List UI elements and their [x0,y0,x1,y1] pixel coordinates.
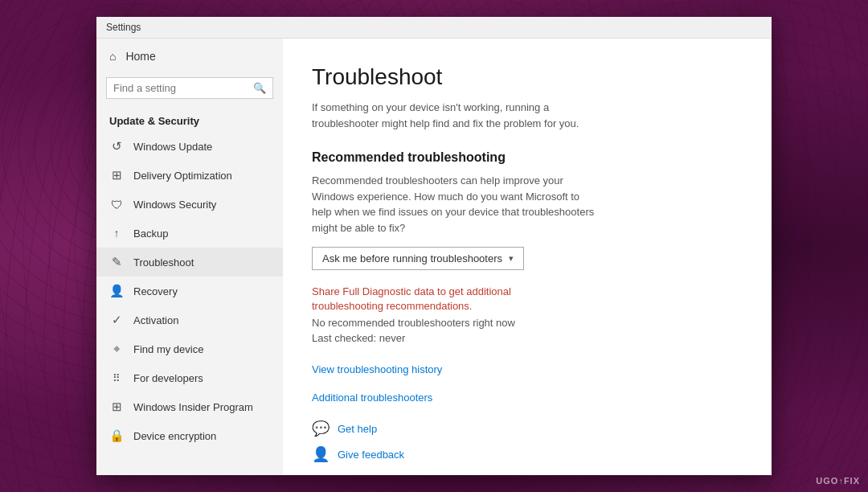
give-feedback-item: 👤 Give feedback [312,445,743,463]
sidebar-item-label: Device encryption [133,430,216,442]
get-help-icon: 💬 [312,420,330,437]
sidebar-item-windows-security[interactable]: 🛡 Windows Security [96,190,283,219]
windows-update-icon: ↺ [109,139,124,154]
sidebar-item-label: Backup [133,228,168,240]
search-box[interactable]: 🔍 [106,77,273,99]
window-title: Settings [106,22,141,33]
main-content: Troubleshoot If something on your device… [283,39,772,475]
sidebar-item-label: Activation [133,314,178,326]
sidebar-item-label: Find my device [133,343,203,355]
delivery-optimization-icon: ⊞ [109,168,124,182]
additional-troubleshooters-link[interactable]: Additional troubleshooters [312,392,743,404]
sidebar-item-label: Windows Update [133,141,212,153]
troubleshoot-icon: ✎ [109,255,124,269]
backup-icon: ↑ [109,226,124,240]
ugotfix-badge: UGO↑FIX [816,476,860,486]
sidebar-item-device-encryption[interactable]: 🔒 Device encryption [96,421,283,450]
sidebar: ⌂ Home 🔍 Update & Security ↺ Windows Upd… [96,39,283,475]
sidebar-item-home[interactable]: ⌂ Home [96,39,283,74]
sidebar-item-recovery[interactable]: 👤 Recovery [96,277,283,305]
search-input[interactable] [113,82,248,94]
title-bar: Settings [96,17,772,39]
help-section: 💬 Get help 👤 Give feedback [312,420,743,463]
sidebar-item-for-developers[interactable]: ⠿ For developers [96,363,283,392]
sidebar-item-label: Windows Insider Program [133,401,253,413]
recommended-section-desc: Recommended troubleshooters can help imp… [312,173,601,236]
sidebar-item-label: For developers [133,372,203,384]
home-label: Home [125,50,155,63]
give-feedback-icon: 👤 [312,445,330,463]
no-troubleshooters-text: No recommended troubleshooters right now [312,317,743,329]
sidebar-item-windows-insider[interactable]: ⊞ Windows Insider Program [96,392,283,421]
windows-insider-icon: ⊞ [109,400,124,414]
sidebar-item-backup[interactable]: ↑ Backup [96,219,283,248]
recommended-section-title: Recommended troubleshooting [312,150,743,165]
sidebar-item-label: Delivery Optimization [133,170,232,182]
sidebar-item-label: Recovery [133,285,178,297]
page-title: Troubleshoot [312,64,743,90]
sidebar-item-find-my-device[interactable]: ⌖ Find my device [96,334,283,363]
device-encryption-icon: 🔒 [109,428,124,443]
sidebar-item-label: Troubleshoot [133,256,194,269]
give-feedback-link[interactable]: Give feedback [338,449,404,461]
sidebar-item-activation[interactable]: ✓ Activation [96,305,283,334]
share-data-link[interactable]: Share Full Diagnostic data to get additi… [312,285,585,314]
home-icon: ⌂ [109,50,116,63]
search-icon: 🔍 [253,82,266,94]
find-my-device-icon: ⌖ [109,342,124,356]
get-help-item: 💬 Get help [312,420,743,437]
page-subtitle: If something on your device isn't workin… [312,100,585,131]
sidebar-item-troubleshoot[interactable]: ✎ Troubleshoot [96,248,283,277]
recovery-icon: 👤 [109,284,124,298]
get-help-link[interactable]: Get help [338,423,377,435]
sidebar-item-windows-update[interactable]: ↺ Windows Update [96,132,283,161]
windows-security-icon: 🛡 [109,197,124,211]
sidebar-item-delivery-optimization[interactable]: ⊞ Delivery Optimization [96,161,283,190]
dropdown-label: Ask me before running troubleshooters [322,252,502,264]
troubleshooter-dropdown[interactable]: Ask me before running troubleshooters ▾ [312,247,524,270]
view-history-link[interactable]: View troubleshooting history [312,363,743,375]
settings-window: Settings ⌂ Home 🔍 Update & Security ↺ Wi… [96,17,772,475]
for-developers-icon: ⠿ [109,371,124,385]
last-checked-text: Last checked: never [312,332,743,344]
sidebar-item-label: Windows Security [133,199,216,211]
activation-icon: ✓ [109,313,124,327]
sidebar-section-title: Update & Security [96,109,283,132]
chevron-down-icon: ▾ [509,253,514,264]
